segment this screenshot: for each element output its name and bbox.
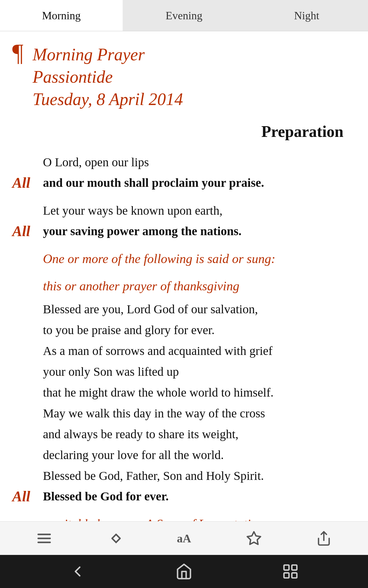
back-button[interactable] [69,563,86,580]
verse1-all-group: All and our mouth shall proclaim your pr… [12,174,356,192]
font-size-icon[interactable]: aA [172,526,196,551]
share-icon[interactable] [312,526,336,551]
verse2-all-group: All your saving power among the nations. [12,222,356,240]
blessing-line-7: declaring your love for all the world. [12,446,356,465]
blessing-line-8: Blessed be God, Father, Son and Holy Spi… [12,466,356,485]
tab-morning[interactable]: Morning [0,0,123,31]
verse2-plain: Let your ways be known upon earth, [12,201,356,220]
list-icon[interactable] [32,526,56,551]
verse2-all-label: All [12,223,43,239]
blessing-block: Blessed are you, Lord God of our salvati… [12,300,356,506]
bookmark-star-icon[interactable] [242,526,266,551]
verse1-plain: O Lord, open our lips [12,153,356,172]
preparation-heading: Preparation [12,123,356,141]
blessing-bold-text: Blessed be God for ever. [43,487,356,506]
blessing-all-label: All [12,488,43,505]
blessing-line-3: your only Son was lifted up [12,362,356,381]
tab-bar: Morning Evening Night [0,0,368,31]
title-text: Morning Prayer Passiontide Tuesday, 8 Ap… [33,43,183,110]
title-section: ¶ Morning Prayer Passiontide Tuesday, 8 … [12,43,356,110]
verse2-bold-text: your saving power among the nations. [43,222,356,240]
svg-rect-8 [292,573,297,578]
verse1-all-label: All [12,174,43,191]
tab-night[interactable]: Night [245,0,368,31]
blessing-line-2: As a man of sorrows and acquainted with … [12,341,356,360]
arrow-left-right-icon[interactable] [102,526,126,551]
blessing-line-0: Blessed are you, Lord God of our salvati… [12,300,356,319]
svg-rect-7 [284,573,289,578]
svg-marker-3 [247,532,260,544]
title-line-1: Morning Prayer [33,43,183,66]
instruction-1: One or more of the following is said or … [12,250,356,268]
instruction-3: a suitable hymn, or A Song of Lamentatio… [12,515,356,521]
title-line-2: Passiontide [33,66,183,88]
home-button[interactable] [175,563,193,580]
verse1-bold-text: and our mouth shall proclaim your praise… [43,174,356,192]
main-content: ¶ Morning Prayer Passiontide Tuesday, 8 … [0,31,368,521]
svg-rect-5 [284,565,289,570]
verse-2-block: Let your ways be known upon earth, All y… [12,201,356,240]
tab-evening[interactable]: Evening [123,0,245,31]
paragraph-mark: ¶ [12,40,23,65]
title-line-3: Tuesday, 8 April 2014 [33,88,183,111]
blessing-line-1: to you be praise and glory for ever. [12,321,356,340]
android-nav-bar [0,555,368,588]
blessing-line-5: May we walk this day in the way of the c… [12,404,356,423]
blessing-line-4: that he might draw the whole world to hi… [12,383,356,402]
font-size-label: aA [177,532,191,545]
blessing-all-group: All Blessed be God for ever. [12,487,356,506]
svg-rect-6 [292,565,297,570]
recents-button[interactable] [282,563,299,580]
instruction-2: this or another prayer of thanksgiving [12,277,356,296]
blessing-line-6: and always be ready to share its weight, [12,425,356,444]
bottom-toolbar: aA [0,521,368,555]
verse-1-block: O Lord, open our lips All and our mouth … [12,153,356,192]
